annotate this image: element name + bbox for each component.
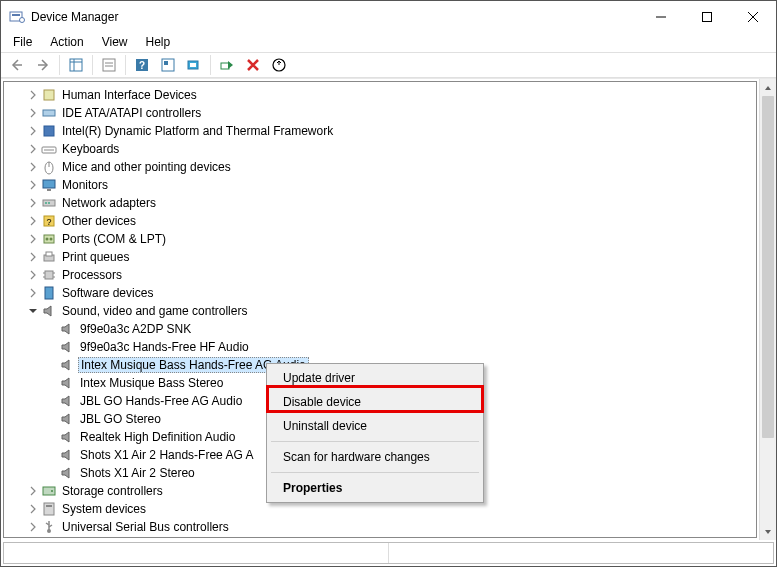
chevron-right-icon[interactable] — [26, 268, 40, 282]
menu-file[interactable]: File — [5, 33, 40, 51]
chevron-right-icon[interactable] — [26, 502, 40, 516]
vertical-scrollbar[interactable] — [759, 79, 776, 540]
tree-node-label: Processors — [60, 268, 124, 282]
speaker-icon — [59, 429, 75, 445]
tree-node[interactable]: IDE ATA/ATAPI controllers — [8, 104, 756, 122]
maximize-button[interactable] — [684, 1, 730, 32]
tree-node[interactable]: 9f9e0a3c A2DP SNK — [8, 320, 756, 338]
tree-node-label: Network adapters — [60, 196, 158, 210]
tree-node-label: Intel(R) Dynamic Platform and Thermal Fr… — [60, 124, 335, 138]
svg-rect-31 — [47, 189, 51, 191]
menu-help[interactable]: Help — [138, 33, 179, 51]
statusbar — [3, 542, 774, 564]
scroll-down-button[interactable] — [760, 523, 776, 540]
action-button[interactable] — [156, 54, 180, 76]
tree-node[interactable]: Software devices — [8, 284, 756, 302]
kbd-icon — [41, 141, 57, 157]
intel-icon — [41, 123, 57, 139]
svg-rect-12 — [103, 59, 115, 71]
scan-hardware-button[interactable] — [182, 54, 206, 76]
context-menu: Update driverDisable deviceUninstall dev… — [266, 363, 484, 503]
chevron-right-icon[interactable] — [26, 106, 40, 120]
svg-rect-21 — [221, 63, 229, 69]
context-menu-item[interactable]: Update driver — [269, 366, 481, 390]
soft-icon — [41, 285, 57, 301]
tree-node[interactable]: Mice and other pointing devices — [8, 158, 756, 176]
svg-rect-23 — [44, 90, 54, 100]
enable-button[interactable] — [215, 54, 239, 76]
tree-node[interactable]: Print queues — [8, 248, 756, 266]
help-button[interactable]: ? — [130, 54, 154, 76]
context-menu-item[interactable]: Scan for hardware changes — [269, 445, 481, 469]
chevron-right-icon[interactable] — [26, 520, 40, 534]
tree-node[interactable]: Universal Serial Bus controllers — [8, 518, 756, 536]
menu-action[interactable]: Action — [42, 33, 91, 51]
context-menu-item[interactable]: Disable device — [269, 390, 481, 414]
tree-node-label: 9f9e0a3c Hands-Free HF Audio — [78, 340, 251, 354]
cpu-icon — [41, 267, 57, 283]
tree-node-label: IDE ATA/ATAPI controllers — [60, 106, 203, 120]
chevron-right-icon[interactable] — [26, 232, 40, 246]
speaker-icon — [59, 375, 75, 391]
close-button[interactable] — [730, 1, 776, 32]
forward-button[interactable] — [31, 54, 55, 76]
tree-node-label: System devices — [60, 502, 148, 516]
tree-node[interactable]: 9f9e0a3c Hands-Free HF Audio — [8, 338, 756, 356]
chevron-right-icon[interactable] — [26, 124, 40, 138]
scrollbar-thumb[interactable] — [762, 96, 774, 438]
storage-icon — [41, 483, 57, 499]
chevron-right-icon[interactable] — [26, 286, 40, 300]
app-icon — [9, 9, 25, 25]
chevron-right-icon[interactable] — [26, 142, 40, 156]
tree-node[interactable]: Ports (COM & LPT) — [8, 230, 756, 248]
chevron-right-icon[interactable] — [26, 178, 40, 192]
tree-node-label: Print queues — [60, 250, 131, 264]
chevron-right-icon[interactable] — [26, 484, 40, 498]
tree-node[interactable]: Sound, video and game controllers — [8, 302, 756, 320]
properties-button[interactable] — [97, 54, 121, 76]
svg-rect-25 — [44, 126, 54, 136]
chevron-right-icon[interactable] — [26, 250, 40, 264]
update-driver-button[interactable] — [267, 54, 291, 76]
hid-icon — [41, 87, 57, 103]
menu-view[interactable]: View — [94, 33, 136, 51]
tree-node[interactable]: Keyboards — [8, 140, 756, 158]
context-menu-item[interactable]: Properties — [269, 476, 481, 500]
context-menu-item[interactable]: Uninstall device — [269, 414, 481, 438]
tree-node-label: Mice and other pointing devices — [60, 160, 233, 174]
speaker-icon — [59, 357, 75, 373]
speaker-icon — [59, 465, 75, 481]
show-tree-button[interactable] — [64, 54, 88, 76]
tree-node[interactable]: Network adapters — [8, 194, 756, 212]
uninstall-button[interactable] — [241, 54, 265, 76]
chevron-right-icon[interactable] — [26, 196, 40, 210]
chevron-right-icon[interactable] — [26, 88, 40, 102]
tree-node-label: Sound, video and game controllers — [60, 304, 249, 318]
tree-node[interactable]: Intel(R) Dynamic Platform and Thermal Fr… — [8, 122, 756, 140]
svg-rect-48 — [43, 487, 55, 495]
svg-rect-9 — [70, 59, 82, 71]
chevron-right-icon[interactable] — [26, 214, 40, 228]
chevron-down-icon[interactable] — [26, 304, 40, 318]
svg-rect-20 — [190, 63, 196, 67]
menubar: File Action View Help — [1, 32, 776, 52]
svg-point-39 — [50, 238, 53, 241]
tree-node[interactable]: Human Interface Devices — [8, 86, 756, 104]
chevron-right-icon[interactable] — [26, 160, 40, 174]
sys-icon — [41, 501, 57, 517]
back-button[interactable] — [5, 54, 29, 76]
speaker-icon — [59, 393, 75, 409]
svg-point-34 — [48, 202, 50, 204]
port-icon — [41, 231, 57, 247]
minimize-button[interactable] — [638, 1, 684, 32]
svg-rect-30 — [43, 180, 55, 188]
scroll-up-button[interactable] — [760, 79, 776, 96]
tree-node-label: JBL GO Hands-Free AG Audio — [78, 394, 244, 408]
speaker-icon — [59, 321, 75, 337]
tree-node-label: Software devices — [60, 286, 155, 300]
tree-node[interactable]: ?Other devices — [8, 212, 756, 230]
tree-node[interactable]: Processors — [8, 266, 756, 284]
svg-rect-24 — [43, 110, 55, 116]
speaker-icon — [59, 411, 75, 427]
tree-node[interactable]: Monitors — [8, 176, 756, 194]
